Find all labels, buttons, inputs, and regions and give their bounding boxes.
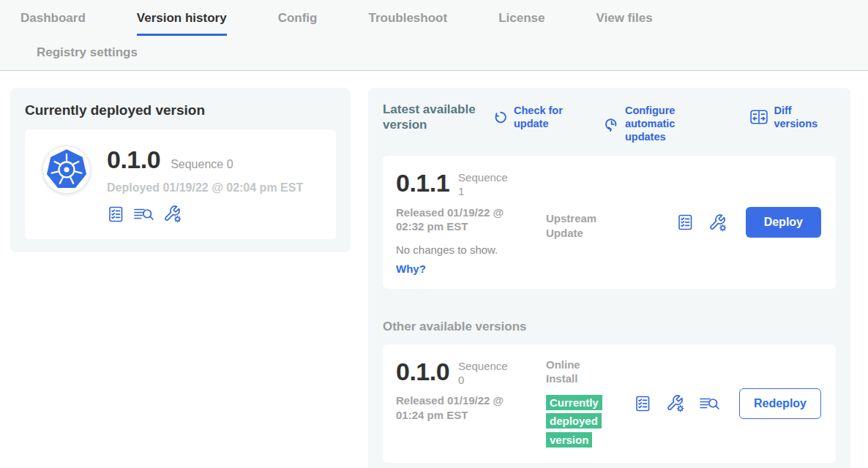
diff-columns-icon bbox=[750, 110, 768, 124]
tab-dashboard[interactable]: Dashboard bbox=[20, 1, 86, 36]
preflight-checklist-icon[interactable] bbox=[107, 205, 124, 223]
deployed-version-card: 0.1.0 Sequence 0 Deployed 01/19/22 @ 02:… bbox=[25, 129, 336, 239]
redeploy-button[interactable]: Redeploy bbox=[739, 388, 821, 419]
deploy-logs-icon[interactable] bbox=[699, 395, 720, 412]
version-number: 0.1.0 bbox=[107, 146, 160, 174]
check-for-update-link[interactable]: Check for update bbox=[493, 104, 572, 130]
currently-deployed-badge-wrap: Currently deployed version bbox=[546, 393, 612, 450]
source-label: Online Install bbox=[546, 358, 606, 386]
latest-available-header: Latest available version Check for updat… bbox=[383, 102, 836, 143]
tab-config[interactable]: Config bbox=[278, 1, 318, 36]
latest-version-row: 0.1.1 Sequence 1 Released 01/19/22 @ 02:… bbox=[383, 156, 836, 289]
other-available-versions-heading: Other available versions bbox=[383, 320, 836, 334]
latest-available-panel: Latest available version Check for updat… bbox=[368, 88, 850, 468]
changes-note: No changes to show. bbox=[396, 244, 546, 256]
currently-deployed-panel: Currently deployed version 0.1.0 Sequenc… bbox=[10, 88, 351, 252]
diff-versions-link[interactable]: Diff versions bbox=[750, 104, 836, 130]
source-label: Upstream Update bbox=[546, 211, 606, 240]
config-wrench-icon[interactable] bbox=[708, 214, 727, 232]
deploy-button[interactable]: Deploy bbox=[746, 207, 821, 238]
tab-license[interactable]: License bbox=[498, 1, 545, 36]
config-wrench-icon[interactable] bbox=[163, 205, 182, 223]
sequence-label: Sequence 1 bbox=[458, 169, 511, 199]
top-navigation: Dashboard Version history Config Trouble… bbox=[0, 0, 868, 71]
app-logo bbox=[42, 146, 91, 194]
preflight-checklist-icon[interactable] bbox=[634, 395, 651, 412]
refresh-arrow-icon bbox=[493, 110, 508, 125]
nav-row-2: Registry settings bbox=[0, 36, 868, 70]
preflight-checklist-icon[interactable] bbox=[676, 214, 694, 231]
currently-deployed-badge: Currently deployed version bbox=[546, 395, 602, 448]
header-actions: Check for update Configure automatic upd… bbox=[493, 102, 836, 143]
released-timestamp: Released 01/19/22 @ 01:24 pm EST bbox=[396, 393, 522, 422]
version-number: 0.1.0 bbox=[396, 358, 449, 386]
scheduled-refresh-icon bbox=[604, 116, 619, 132]
why-link[interactable]: Why? bbox=[396, 263, 426, 275]
version-line: 0.1.0 Sequence 0 bbox=[107, 146, 303, 174]
currently-deployed-title: Currently deployed version bbox=[25, 102, 336, 118]
version-info: 0.1.1 Sequence 1 Released 01/19/22 @ 02:… bbox=[396, 169, 546, 276]
tab-version-history[interactable]: Version history bbox=[137, 1, 227, 36]
latest-available-title: Latest available version bbox=[383, 102, 493, 132]
version-actions: Redeploy bbox=[634, 388, 821, 419]
main-content: Currently deployed version 0.1.0 Sequenc… bbox=[0, 71, 868, 468]
version-number: 0.1.1 bbox=[396, 169, 449, 197]
version-actions: Deploy bbox=[676, 207, 821, 238]
diff-versions-label: Diff versions bbox=[774, 104, 836, 130]
version-source: Upstream Update bbox=[546, 169, 634, 276]
configure-automatic-updates-label: Configure automatic updates bbox=[625, 104, 719, 143]
version-source: Online Install Currently deployed versio… bbox=[546, 358, 634, 450]
sequence-label: Sequence 0 bbox=[171, 158, 233, 171]
version-line: 0.1.1 Sequence 1 bbox=[396, 169, 546, 199]
deploy-logs-icon[interactable] bbox=[133, 205, 154, 223]
kubernetes-icon bbox=[46, 149, 87, 190]
tab-view-files[interactable]: View files bbox=[596, 1, 652, 36]
other-version-row: 0.1.0 Sequence 0 Released 01/19/22 @ 01:… bbox=[383, 344, 836, 463]
version-info: 0.1.0 Sequence 0 Released 01/19/22 @ 01:… bbox=[396, 358, 546, 450]
check-for-update-label: Check for update bbox=[514, 104, 572, 130]
deployed-actions bbox=[107, 205, 303, 223]
configure-automatic-updates-link[interactable]: Configure automatic updates bbox=[604, 104, 719, 143]
sequence-label: Sequence 0 bbox=[458, 358, 511, 388]
tab-troubleshoot[interactable]: Troubleshoot bbox=[368, 1, 447, 36]
version-line: 0.1.0 Sequence 0 bbox=[396, 358, 546, 388]
released-timestamp: Released 01/19/22 @ 02:32 pm EST bbox=[396, 205, 522, 234]
nav-row-1: Dashboard Version history Config Trouble… bbox=[0, 1, 868, 36]
tab-registry-settings[interactable]: Registry settings bbox=[37, 36, 138, 70]
config-wrench-icon[interactable] bbox=[666, 394, 684, 412]
deployed-version-info: 0.1.0 Sequence 0 Deployed 01/19/22 @ 02:… bbox=[107, 146, 303, 223]
deployed-timestamp: Deployed 01/19/22 @ 02:04 pm EST bbox=[107, 181, 303, 195]
